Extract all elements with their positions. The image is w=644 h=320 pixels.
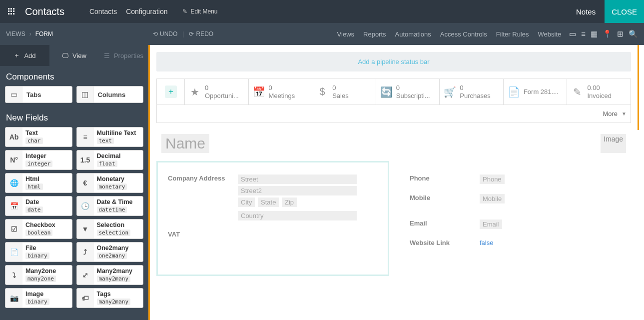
sidebar-tab-add[interactable]: ＋Add <box>0 45 49 66</box>
pipeline-bar[interactable]: Add a pipeline status bar <box>156 52 631 72</box>
company-address-label: Company Address <box>168 174 238 182</box>
kanban-view-icon[interactable]: ▦ <box>591 30 598 38</box>
details-left: Company Address Street Street2 City Stat… <box>156 161 389 276</box>
breadcrumb-views[interactable]: VIEWS <box>6 30 25 38</box>
top-nav: Contacts Configuration <box>74 8 168 16</box>
country-input[interactable]: Country <box>238 211 357 220</box>
field-type: many2one <box>25 276 56 282</box>
chevron-down-icon: ▼ <box>622 111 627 116</box>
nav-configuration[interactable]: Configuration <box>126 8 167 16</box>
stat-6[interactable]: ✎0.00Invoiced <box>567 79 631 104</box>
nav-views[interactable]: Views <box>337 30 354 38</box>
city-input[interactable]: City <box>238 198 255 207</box>
nav-contacts[interactable]: Contacts <box>89 8 117 16</box>
stat-number: 0 <box>332 84 349 92</box>
more-label: More <box>603 110 618 118</box>
field-char[interactable]: AbTextchar <box>5 127 72 147</box>
component-tabs[interactable]: ▭ Tabs <box>5 86 72 103</box>
list-view-icon[interactable]: ≡ <box>581 30 586 38</box>
pencil-icon: ✎ <box>182 8 187 15</box>
field-many2one[interactable]: ⤵Many2onemany2one <box>5 265 72 285</box>
stat-0[interactable]: ★0Opportuni... <box>185 79 249 104</box>
field-integer[interactable]: N°Integerinteger <box>5 150 72 170</box>
field-type: many2many <box>97 298 131 305</box>
field-icon: 🏷 <box>77 288 94 308</box>
field-many2many[interactable]: ⤢Many2manymany2many <box>76 265 144 285</box>
pipeline-link[interactable]: Add a pipeline status bar <box>358 58 429 66</box>
field-float[interactable]: 1.5Decimalfloat <box>76 150 144 170</box>
field-monetary[interactable]: €Monetarymonetary <box>76 173 144 193</box>
field-date[interactable]: 📅Datedate <box>5 196 72 216</box>
field-name: Date <box>25 199 72 206</box>
field-selection[interactable]: ▼Selectionselection <box>76 219 144 239</box>
component-columns[interactable]: ◫ Columns <box>76 86 144 103</box>
stat-icon: ★ <box>189 86 201 98</box>
sidebar-tab-view[interactable]: 🖵View <box>49 45 99 66</box>
field-type: binary <box>25 298 49 305</box>
name-input[interactable]: Name <box>161 134 209 153</box>
nav-website[interactable]: Website <box>538 30 562 38</box>
stat-label: Purchases <box>460 92 490 100</box>
form-view-icon[interactable]: ▭ <box>569 30 576 38</box>
stat-4[interactable]: 🛒0Purchases <box>440 79 504 104</box>
field-binary[interactable]: 📄Filebinary <box>5 242 72 262</box>
field-icon: ⤴ <box>77 242 94 262</box>
grid-view-icon[interactable]: ⊞ <box>617 30 624 38</box>
search-icon[interactable]: 🔍 <box>629 30 638 38</box>
field-type: html <box>25 184 43 190</box>
street2-input[interactable]: Street2 <box>238 186 357 196</box>
sidebar-tab-properties[interactable]: ☰Properties <box>99 45 148 66</box>
field-boolean[interactable]: ☑Checkboxboolean <box>5 219 72 239</box>
sidebar: ＋Add 🖵View ☰Properties Components ▭ Tabs… <box>0 45 148 320</box>
nav-access[interactable]: Access Controls <box>440 30 487 38</box>
svg-rect-4 <box>10 10 12 12</box>
field-many2many[interactable]: 🏷Tagsmany2many <box>76 288 144 308</box>
stat-icon: ✎ <box>571 86 583 98</box>
nav-automations[interactable]: Automations <box>395 30 431 38</box>
field-datetime[interactable]: 🕒Date & Timedatetime <box>76 196 144 216</box>
close-button[interactable]: CLOSE <box>605 0 644 23</box>
website-value[interactable]: false <box>480 239 493 246</box>
email-input[interactable]: Email <box>480 220 502 229</box>
more-button[interactable]: More ▼ <box>603 110 627 118</box>
field-one2many[interactable]: ⤴One2manyone2many <box>76 242 144 262</box>
state-input[interactable]: State <box>258 198 279 207</box>
nav-filter[interactable]: Filter Rules <box>496 30 529 38</box>
redo-icon: ⟳ <box>189 30 194 38</box>
apps-grid-icon[interactable] <box>0 8 23 16</box>
add-stat-button[interactable]: ＋ <box>157 79 185 104</box>
svg-rect-0 <box>8 8 9 10</box>
mobile-input[interactable]: Mobile <box>480 194 505 204</box>
sidebar-tab-properties-label: Properties <box>114 52 143 60</box>
field-icon: 🌐 <box>5 174 22 192</box>
field-name: Text <box>25 130 72 137</box>
svg-rect-3 <box>8 10 9 12</box>
field-name: Checkbox <box>25 222 72 229</box>
field-type: boolean <box>25 230 52 236</box>
image-placeholder[interactable]: Image <box>601 134 626 153</box>
field-binary[interactable]: 📷Imagebinary <box>5 288 72 308</box>
street-input[interactable]: Street <box>238 174 357 184</box>
undo-button[interactable]: ⟲UNDO <box>153 30 177 38</box>
nav-reports[interactable]: Reports <box>363 30 386 38</box>
redo-button[interactable]: ⟳REDO <box>189 30 213 38</box>
stat-1[interactable]: 📅0Meetings <box>249 79 313 104</box>
field-type: many2many <box>97 276 131 282</box>
field-name: Html <box>25 176 72 183</box>
edit-menu-button[interactable]: ✎ Edit Menu <box>167 8 217 15</box>
stat-3[interactable]: 🔄0Subscripti... <box>376 79 440 104</box>
zip-input[interactable]: Zip <box>282 198 297 207</box>
field-html[interactable]: 🌐Htmlhtml <box>5 173 72 193</box>
plus-icon: ＋ <box>13 51 20 60</box>
phone-input[interactable]: Phone <box>480 174 505 184</box>
field-text[interactable]: ≡Multiline Texttext <box>76 127 144 147</box>
stat-number: 0 <box>460 84 490 92</box>
newfields-title: New Fields <box>0 107 148 127</box>
undo-label: UNDO <box>160 30 177 38</box>
stat-5[interactable]: 📄Form 281.... <box>504 79 568 104</box>
svg-rect-1 <box>10 8 12 10</box>
map-view-icon[interactable]: 📍 <box>603 30 612 38</box>
stat-label: Subscripti... <box>396 92 430 100</box>
notes-button[interactable]: Notes <box>567 8 605 16</box>
stat-2[interactable]: $0Sales <box>312 79 376 104</box>
